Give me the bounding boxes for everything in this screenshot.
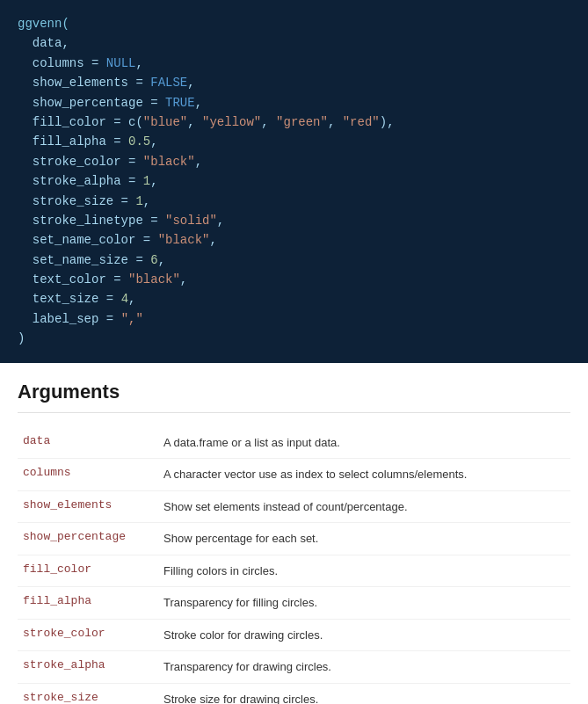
arg-desc-cell: Stroke size for drawing circles. [158,683,570,704]
table-row: show_percentageShow percentage for each … [18,523,570,555]
table-row: dataA data.frame or a list as input data… [18,427,570,459]
arg-desc-cell: A character vector use as index to selec… [158,459,570,491]
table-row: stroke_sizeStroke size for drawing circl… [18,683,570,704]
table-row: stroke_alphaTransparency for drawing cir… [18,651,570,684]
code-line-text-size: text_size = 4, [18,292,135,306]
arg-desc-cell: Stroke color for drawing circles. [158,619,570,651]
arguments-title: Arguments [18,381,570,413]
arg-name-cell: show_percentage [18,523,158,555]
code-line-label-sep: label_sep = "," [18,312,143,326]
code-line-stroke-color: stroke_color = "black", [18,155,202,169]
code-line-fill-color: fill_color = c("blue", "yellow", "green"… [18,115,395,129]
code-line-set-name-size: set_name_size = 6, [18,253,165,267]
code-line-columns: columns = NULL, [18,56,143,70]
table-row: show_elementsShow set elements instead o… [18,490,570,523]
arg-name-cell: fill_alpha [18,587,158,620]
arguments-table: dataA data.frame or a list as input data… [18,427,570,704]
arg-desc-cell: Filling colors in circles. [158,555,570,587]
arg-desc-cell: Show set elements instead of count/perce… [158,490,570,523]
code-line-data: data, [18,36,69,50]
arg-name-cell: show_elements [18,490,158,523]
arg-desc-cell: A data.frame or a list as input data. [158,427,570,459]
code-line-show-elements: show_elements = FALSE, [18,76,195,90]
table-row: columnsA character vector use as index t… [18,459,570,491]
table-row: fill_alphaTransparency for filling circl… [18,587,570,620]
code-line-stroke-linetype: stroke_linetype = "solid", [18,214,224,228]
code-line-text-color: text_color = "black", [18,272,187,287]
arg-name-cell: stroke_alpha [18,651,158,684]
arg-desc-cell: Show percentage for each set. [158,523,570,555]
arg-name-cell: fill_color [18,555,158,587]
arg-name-cell: stroke_size [18,683,158,704]
code-close-paren: ) [18,331,25,345]
arg-name-cell: columns [18,459,158,491]
code-line-show-percentage: show_percentage = TRUE, [18,96,202,110]
code-line-stroke-size: stroke_size = 1, [18,194,150,208]
arg-name-cell: stroke_color [18,619,158,651]
table-row: stroke_colorStroke color for drawing cir… [18,619,570,651]
arg-desc-cell: Transparency for filling circles. [158,587,570,620]
code-line-set-name-color: set_name_color = "black", [18,233,217,247]
table-row: fill_colorFilling colors in circles. [18,555,570,587]
arguments-section: Arguments dataA data.frame or a list as … [0,363,588,704]
arg-name-cell: data [18,427,158,459]
arg-desc-cell: Transparency for drawing circles. [158,651,570,684]
code-block: ggvenn( data, columns = NULL, show_eleme… [0,0,588,363]
code-line-fill-alpha: fill_alpha = 0.5, [18,134,158,149]
code-line-stroke-alpha: stroke_alpha = 1, [18,174,158,188]
function-name: ggvenn( [18,17,69,31]
